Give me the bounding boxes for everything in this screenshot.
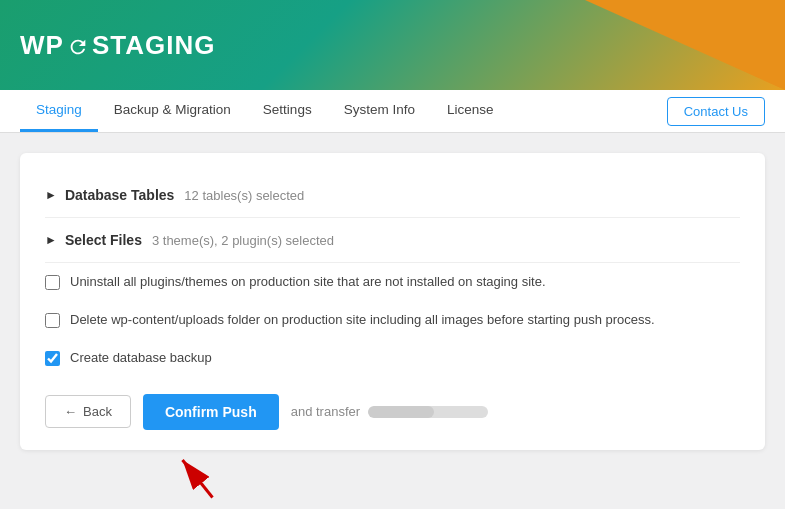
nav-item-system[interactable]: System Info <box>328 90 431 132</box>
checkbox-backup-label: Create database backup <box>70 349 212 367</box>
back-arrow-icon: ← <box>64 404 77 419</box>
logo-refresh-icon <box>67 30 89 61</box>
progress-bar <box>368 406 488 418</box>
nav-items: Staging Backup & Migration Settings Syst… <box>20 90 667 132</box>
svg-line-1 <box>183 460 213 498</box>
database-tables-row: ► Database Tables 12 tables(s) selected <box>45 173 740 218</box>
buttons-row: ← Back Confirm Push and transfer <box>45 394 740 430</box>
select-files-row: ► Select Files 3 theme(s), 2 plugin(s) s… <box>45 218 740 263</box>
select-files-meta: 3 theme(s), 2 plugin(s) selected <box>152 233 334 248</box>
nav-item-backup[interactable]: Backup & Migration <box>98 90 247 132</box>
checkbox-delete-label: Delete wp-content/uploads folder on prod… <box>70 311 655 329</box>
checkbox-uninstall[interactable] <box>45 275 60 290</box>
contact-us-button[interactable]: Contact Us <box>667 97 765 126</box>
checkbox-create-backup[interactable] <box>45 351 60 366</box>
checkbox-uninstall-row: Uninstall all plugins/themes on producti… <box>45 263 740 301</box>
content-card: ► Database Tables 12 tables(s) selected … <box>20 153 765 450</box>
transfer-status: and transfer <box>291 404 488 419</box>
database-tables-label: Database Tables <box>65 187 174 203</box>
nav-item-settings[interactable]: Settings <box>247 90 328 132</box>
progress-bar-fill <box>368 406 434 418</box>
logo-staging: STAGING <box>92 30 216 60</box>
header: WP STAGING <box>0 0 785 90</box>
logo-text: WP STAGING <box>20 30 215 61</box>
database-tables-meta: 12 tables(s) selected <box>184 188 304 203</box>
select-files-expand-icon[interactable]: ► <box>45 233 57 247</box>
red-arrow-indicator <box>175 445 235 509</box>
checkbox-backup-row: Create database backup <box>45 339 740 377</box>
checkbox-delete-uploads[interactable] <box>45 313 60 328</box>
arrow-pointer-container <box>20 450 765 509</box>
transfer-label: and transfer <box>291 404 360 419</box>
checkbox-uninstall-label: Uninstall all plugins/themes on producti… <box>70 273 546 291</box>
checkbox-delete-row: Delete wp-content/uploads folder on prod… <box>45 301 740 339</box>
navigation: Staging Backup & Migration Settings Syst… <box>0 90 785 133</box>
logo-wp: WP <box>20 30 64 60</box>
nav-item-staging[interactable]: Staging <box>20 90 98 132</box>
confirm-push-button[interactable]: Confirm Push <box>143 394 279 430</box>
nav-item-license[interactable]: License <box>431 90 510 132</box>
header-content: WP STAGING <box>0 0 785 90</box>
select-files-label: Select Files <box>65 232 142 248</box>
back-button[interactable]: ← Back <box>45 395 131 428</box>
logo: WP STAGING <box>20 30 215 61</box>
back-button-label: Back <box>83 404 112 419</box>
database-tables-expand-icon[interactable]: ► <box>45 188 57 202</box>
main-content: ► Database Tables 12 tables(s) selected … <box>0 133 785 509</box>
